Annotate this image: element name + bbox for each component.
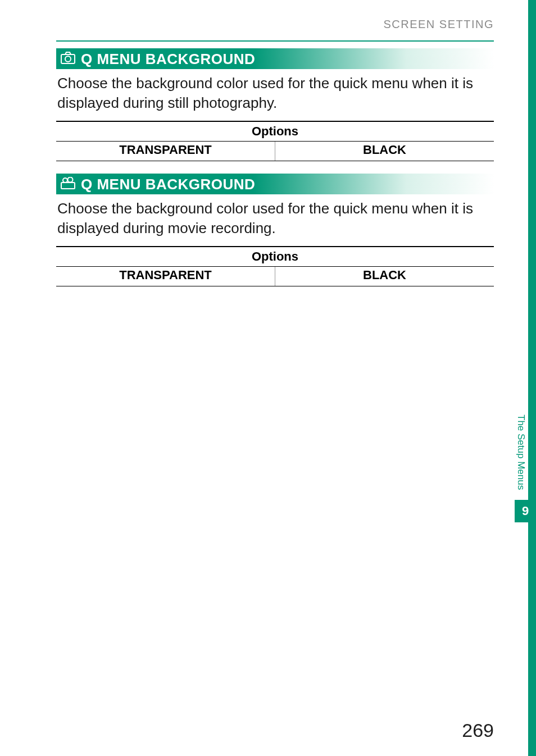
section-heading-still: Q MENU BACKGROUND <box>56 48 494 69</box>
manual-page: SCREEN SETTING Q MENU BACKGROUND Choose … <box>0 0 536 756</box>
chapter-side-tab: The Setup Menus 9 <box>515 404 536 522</box>
section-description: Choose the background color used for the… <box>56 69 494 121</box>
svg-rect-2 <box>61 183 75 189</box>
breadcrumb: SCREEN SETTING <box>383 18 494 31</box>
page-edge-strip <box>528 0 536 756</box>
option-transparent: TRANSPARENT <box>56 267 275 286</box>
movie-icon <box>61 176 75 193</box>
options-header: Options <box>56 121 494 142</box>
section-description: Choose the background color used for the… <box>56 194 494 246</box>
chapter-number-chip: 9 <box>515 500 536 522</box>
section-title: Q MENU BACKGROUND <box>81 51 255 68</box>
table-row: TRANSPARENT BLACK <box>56 142 494 161</box>
svg-point-1 <box>65 56 71 62</box>
svg-point-3 <box>63 178 67 183</box>
section-heading-movie: Q MENU BACKGROUND <box>56 174 494 194</box>
section-title: Q MENU BACKGROUND <box>81 176 255 193</box>
section-spacer <box>56 161 494 174</box>
camera-icon <box>61 51 75 68</box>
table-row: TRANSPARENT BLACK <box>56 267 494 286</box>
option-transparent: TRANSPARENT <box>56 142 275 161</box>
options-table-movie: Options TRANSPARENT BLACK <box>56 246 494 286</box>
options-table-still: Options TRANSPARENT BLACK <box>56 121 494 161</box>
option-black: BLACK <box>275 142 494 161</box>
side-tab-label: The Setup Menus <box>515 404 527 500</box>
svg-point-4 <box>68 177 73 183</box>
page-content: Q MENU BACKGROUND Choose the background … <box>56 48 494 286</box>
page-number: 269 <box>462 719 494 741</box>
header-rule <box>56 40 494 42</box>
options-header: Options <box>56 247 494 267</box>
option-black: BLACK <box>275 267 494 286</box>
